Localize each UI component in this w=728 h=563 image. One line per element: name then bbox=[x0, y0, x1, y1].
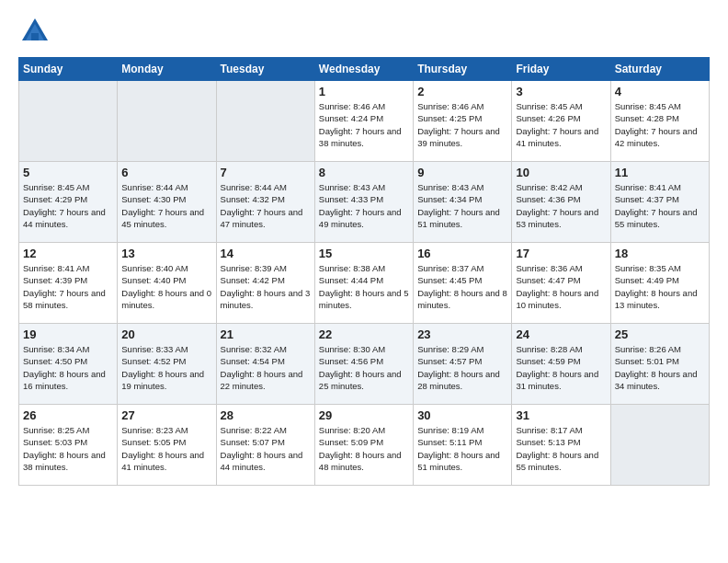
calendar-cell: 5Sunrise: 8:45 AM Sunset: 4:29 PM Daylig… bbox=[19, 162, 118, 243]
day-number: 4 bbox=[615, 85, 705, 98]
day-info: Sunrise: 8:22 AM Sunset: 5:07 PM Dayligh… bbox=[221, 424, 311, 473]
svg-rect-2 bbox=[31, 33, 39, 40]
day-info: Sunrise: 8:34 AM Sunset: 4:50 PM Dayligh… bbox=[23, 343, 113, 392]
calendar-cell: 22Sunrise: 8:30 AM Sunset: 4:56 PM Dayli… bbox=[314, 324, 413, 405]
calendar-row-0: 1Sunrise: 8:46 AM Sunset: 4:24 PM Daylig… bbox=[19, 81, 710, 162]
weekday-header-sunday: Sunday bbox=[19, 58, 118, 81]
calendar-cell bbox=[118, 81, 216, 162]
calendar-cell: 20Sunrise: 8:33 AM Sunset: 4:52 PM Dayli… bbox=[118, 324, 216, 405]
calendar-cell: 28Sunrise: 8:22 AM Sunset: 5:07 PM Dayli… bbox=[216, 405, 314, 486]
calendar-cell bbox=[610, 405, 709, 486]
day-info: Sunrise: 8:45 AM Sunset: 4:29 PM Dayligh… bbox=[23, 181, 113, 230]
day-number: 25 bbox=[615, 327, 705, 341]
day-info: Sunrise: 8:29 AM Sunset: 4:57 PM Dayligh… bbox=[417, 343, 507, 392]
weekday-header-thursday: Thursday bbox=[414, 58, 512, 81]
day-number: 11 bbox=[615, 166, 705, 179]
logo-icon bbox=[18, 15, 51, 48]
day-number: 6 bbox=[121, 166, 211, 179]
day-number: 2 bbox=[417, 85, 507, 98]
calendar-cell bbox=[216, 81, 314, 162]
calendar-cell: 23Sunrise: 8:29 AM Sunset: 4:57 PM Dayli… bbox=[414, 324, 512, 405]
day-number: 22 bbox=[319, 327, 409, 341]
day-info: Sunrise: 8:38 AM Sunset: 4:44 PM Dayligh… bbox=[319, 262, 409, 311]
day-number: 31 bbox=[516, 408, 606, 422]
day-info: Sunrise: 8:36 AM Sunset: 4:47 PM Dayligh… bbox=[516, 262, 606, 311]
weekday-header-monday: Monday bbox=[118, 58, 216, 81]
day-number: 29 bbox=[319, 408, 409, 422]
day-number: 13 bbox=[121, 247, 211, 260]
calendar-cell: 12Sunrise: 8:41 AM Sunset: 4:39 PM Dayli… bbox=[19, 243, 118, 324]
day-number: 20 bbox=[121, 327, 211, 341]
calendar-cell: 4Sunrise: 8:45 AM Sunset: 4:28 PM Daylig… bbox=[610, 81, 709, 162]
weekday-header-friday: Friday bbox=[512, 58, 610, 81]
calendar-cell: 21Sunrise: 8:32 AM Sunset: 4:54 PM Dayli… bbox=[216, 324, 314, 405]
day-number: 19 bbox=[23, 327, 113, 341]
day-number: 8 bbox=[319, 166, 409, 179]
day-info: Sunrise: 8:46 AM Sunset: 4:25 PM Dayligh… bbox=[417, 100, 507, 149]
calendar-table: SundayMondayTuesdayWednesdayThursdayFrid… bbox=[18, 57, 710, 486]
day-info: Sunrise: 8:45 AM Sunset: 4:26 PM Dayligh… bbox=[516, 100, 606, 149]
weekday-header-wednesday: Wednesday bbox=[314, 58, 413, 81]
calendar-cell: 24Sunrise: 8:28 AM Sunset: 4:59 PM Dayli… bbox=[512, 324, 610, 405]
day-number: 27 bbox=[121, 408, 211, 422]
day-info: Sunrise: 8:40 AM Sunset: 4:40 PM Dayligh… bbox=[121, 262, 211, 311]
day-number: 14 bbox=[221, 247, 311, 260]
calendar-cell: 13Sunrise: 8:40 AM Sunset: 4:40 PM Dayli… bbox=[118, 243, 216, 324]
calendar-row-2: 12Sunrise: 8:41 AM Sunset: 4:39 PM Dayli… bbox=[19, 243, 710, 324]
day-number: 21 bbox=[221, 327, 311, 341]
calendar-cell: 2Sunrise: 8:46 AM Sunset: 4:25 PM Daylig… bbox=[414, 81, 512, 162]
day-info: Sunrise: 8:19 AM Sunset: 5:11 PM Dayligh… bbox=[417, 424, 507, 473]
calendar-cell: 9Sunrise: 8:43 AM Sunset: 4:34 PM Daylig… bbox=[414, 162, 512, 243]
calendar-cell: 7Sunrise: 8:44 AM Sunset: 4:32 PM Daylig… bbox=[216, 162, 314, 243]
day-number: 18 bbox=[615, 247, 705, 260]
calendar-cell: 18Sunrise: 8:35 AM Sunset: 4:49 PM Dayli… bbox=[610, 243, 709, 324]
calendar-cell: 1Sunrise: 8:46 AM Sunset: 4:24 PM Daylig… bbox=[314, 81, 413, 162]
calendar-cell: 15Sunrise: 8:38 AM Sunset: 4:44 PM Dayli… bbox=[314, 243, 413, 324]
day-number: 12 bbox=[23, 247, 113, 260]
day-number: 1 bbox=[319, 85, 409, 98]
day-number: 17 bbox=[516, 247, 606, 260]
day-info: Sunrise: 8:25 AM Sunset: 5:03 PM Dayligh… bbox=[23, 424, 113, 473]
calendar-header-row: SundayMondayTuesdayWednesdayThursdayFrid… bbox=[19, 58, 710, 81]
calendar-cell: 10Sunrise: 8:42 AM Sunset: 4:36 PM Dayli… bbox=[512, 162, 610, 243]
calendar-cell: 11Sunrise: 8:41 AM Sunset: 4:37 PM Dayli… bbox=[610, 162, 709, 243]
day-info: Sunrise: 8:23 AM Sunset: 5:05 PM Dayligh… bbox=[121, 424, 211, 473]
day-info: Sunrise: 8:41 AM Sunset: 4:39 PM Dayligh… bbox=[23, 262, 113, 311]
day-info: Sunrise: 8:42 AM Sunset: 4:36 PM Dayligh… bbox=[516, 181, 606, 230]
day-info: Sunrise: 8:28 AM Sunset: 4:59 PM Dayligh… bbox=[516, 343, 606, 392]
calendar-row-3: 19Sunrise: 8:34 AM Sunset: 4:50 PM Dayli… bbox=[19, 324, 710, 405]
day-info: Sunrise: 8:20 AM Sunset: 5:09 PM Dayligh… bbox=[319, 424, 409, 473]
day-number: 28 bbox=[221, 408, 311, 422]
calendar-cell: 6Sunrise: 8:44 AM Sunset: 4:30 PM Daylig… bbox=[118, 162, 216, 243]
calendar-cell: 31Sunrise: 8:17 AM Sunset: 5:13 PM Dayli… bbox=[512, 405, 610, 486]
day-info: Sunrise: 8:35 AM Sunset: 4:49 PM Dayligh… bbox=[615, 262, 705, 311]
day-number: 24 bbox=[516, 327, 606, 341]
logo bbox=[18, 15, 55, 48]
day-info: Sunrise: 8:43 AM Sunset: 4:33 PM Dayligh… bbox=[319, 181, 409, 230]
header bbox=[18, 15, 710, 48]
day-info: Sunrise: 8:45 AM Sunset: 4:28 PM Dayligh… bbox=[615, 100, 705, 149]
calendar-cell: 3Sunrise: 8:45 AM Sunset: 4:26 PM Daylig… bbox=[512, 81, 610, 162]
day-number: 10 bbox=[516, 166, 606, 179]
calendar-cell: 30Sunrise: 8:19 AM Sunset: 5:11 PM Dayli… bbox=[414, 405, 512, 486]
calendar-cell: 19Sunrise: 8:34 AM Sunset: 4:50 PM Dayli… bbox=[19, 324, 118, 405]
day-info: Sunrise: 8:33 AM Sunset: 4:52 PM Dayligh… bbox=[121, 343, 211, 392]
day-info: Sunrise: 8:41 AM Sunset: 4:37 PM Dayligh… bbox=[615, 181, 705, 230]
weekday-header-tuesday: Tuesday bbox=[216, 58, 314, 81]
day-number: 15 bbox=[319, 247, 409, 260]
day-number: 16 bbox=[417, 247, 507, 260]
day-number: 26 bbox=[23, 408, 113, 422]
calendar-cell: 16Sunrise: 8:37 AM Sunset: 4:45 PM Dayli… bbox=[414, 243, 512, 324]
day-info: Sunrise: 8:37 AM Sunset: 4:45 PM Dayligh… bbox=[417, 262, 507, 311]
day-number: 5 bbox=[23, 166, 113, 179]
calendar-cell: 27Sunrise: 8:23 AM Sunset: 5:05 PM Dayli… bbox=[118, 405, 216, 486]
calendar-cell: 14Sunrise: 8:39 AM Sunset: 4:42 PM Dayli… bbox=[216, 243, 314, 324]
day-info: Sunrise: 8:43 AM Sunset: 4:34 PM Dayligh… bbox=[417, 181, 507, 230]
calendar-row-4: 26Sunrise: 8:25 AM Sunset: 5:03 PM Dayli… bbox=[19, 405, 710, 486]
calendar-cell: 29Sunrise: 8:20 AM Sunset: 5:09 PM Dayli… bbox=[314, 405, 413, 486]
day-info: Sunrise: 8:32 AM Sunset: 4:54 PM Dayligh… bbox=[221, 343, 311, 392]
day-info: Sunrise: 8:26 AM Sunset: 5:01 PM Dayligh… bbox=[615, 343, 705, 392]
calendar-cell: 8Sunrise: 8:43 AM Sunset: 4:33 PM Daylig… bbox=[314, 162, 413, 243]
day-info: Sunrise: 8:30 AM Sunset: 4:56 PM Dayligh… bbox=[319, 343, 409, 392]
day-info: Sunrise: 8:46 AM Sunset: 4:24 PM Dayligh… bbox=[319, 100, 409, 149]
